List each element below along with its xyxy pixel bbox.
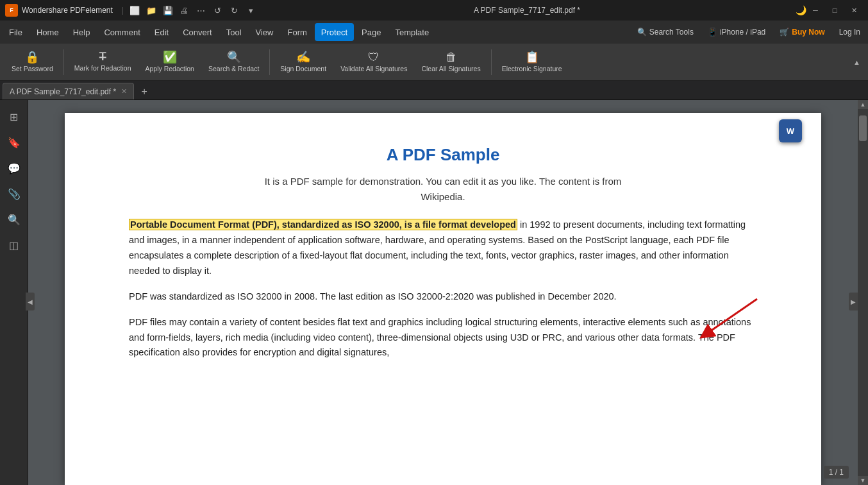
window-controls: ─ □ ✕: [806, 1, 863, 19]
app-icon: F: [5, 4, 18, 17]
validate-signatures-button[interactable]: 🛡 Validate All Signatures: [334, 46, 413, 78]
left-sidebar: ⊞ 🔖 💬 📎 🔍 ◫: [0, 100, 28, 485]
validate-icon: 🛡: [368, 51, 380, 63]
buy-now-button[interactable]: 🛒 Buy Now: [774, 25, 830, 39]
left-sidebar-collapse[interactable]: ◀: [26, 293, 35, 311]
set-password-label: Set Password: [12, 65, 53, 73]
maximize-button[interactable]: □: [826, 1, 844, 19]
scroll-track: [858, 109, 868, 476]
minimize-button[interactable]: ─: [806, 1, 824, 19]
menu-bar: File Home Help Comment Edit Convert Tool…: [0, 21, 868, 44]
mark-for-redaction-label: Mark for Redaction: [74, 64, 131, 72]
log-in-button[interactable]: Log In: [834, 25, 865, 39]
menu-convert[interactable]: Convert: [176, 23, 219, 41]
menu-help[interactable]: Help: [67, 23, 97, 41]
divider-3: [491, 49, 492, 75]
add-tab-button[interactable]: +: [137, 84, 152, 99]
pdf-viewer[interactable]: W A PDF Sample It is a PDF sample for de…: [28, 100, 858, 485]
more-icon[interactable]: ⋯: [194, 3, 208, 17]
lock-icon: 🔒: [25, 51, 39, 63]
search-tools-label: Search Tools: [649, 28, 694, 37]
log-in-label: Log In: [839, 28, 860, 37]
pdf-title: A PDF Sample: [129, 145, 757, 165]
clear-signatures-button[interactable]: 🗑 Clear All Signatures: [415, 46, 487, 78]
validate-label: Validate All Signatures: [340, 65, 407, 73]
pdf-subtitle: It is a PDF sample for demonstration. Yo…: [129, 174, 757, 205]
dropdown-icon[interactable]: ▾: [244, 3, 258, 17]
apply-redaction-button[interactable]: ✅ Apply Redaction: [138, 46, 200, 78]
set-password-button[interactable]: 🔒 Set Password: [5, 46, 60, 78]
document-tab[interactable]: A PDF Sample_7717_edit.pdf * ✕: [3, 83, 134, 99]
menu-page[interactable]: Page: [355, 23, 387, 41]
page-badge: 1 / 1: [824, 466, 849, 479]
clear-signatures-label: Clear All Signatures: [421, 65, 480, 73]
menu-protect[interactable]: Protect: [315, 23, 354, 41]
protect-toolbar: 🔒 Set Password T̶ Mark for Redaction ✅ A…: [0, 44, 868, 81]
iphone-ipad-label: iPhone / iPad: [720, 28, 765, 37]
cart-icon: 🛒: [780, 28, 789, 37]
pdf-para-1: Portable Document Format (PDF), standard…: [129, 217, 757, 279]
iphone-icon: 📱: [708, 28, 717, 37]
clear-sig-icon: 🗑: [446, 51, 457, 63]
scroll-down-button[interactable]: ▼: [858, 476, 868, 485]
scroll-thumb[interactable]: [859, 115, 867, 141]
document-title: A PDF Sample_7717_edit.pdf *: [258, 6, 796, 15]
scroll-up-button[interactable]: ▲: [858, 100, 868, 109]
close-button[interactable]: ✕: [845, 1, 863, 19]
sign-icon: ✍: [296, 51, 310, 63]
attachments-icon[interactable]: 📎: [3, 182, 26, 205]
open-icon[interactable]: 📁: [144, 3, 158, 17]
buy-now-label: Buy Now: [792, 28, 824, 37]
toolbar-collapse-button[interactable]: ▲: [851, 56, 863, 69]
highlighted-text: Portable Document Format (PDF), standard…: [129, 219, 517, 230]
bookmarks-icon[interactable]: 🔖: [3, 131, 26, 154]
divider-1: [63, 49, 64, 75]
sign-document-label: Sign Document: [280, 65, 326, 73]
scrollbar[interactable]: ▲ ▼: [858, 100, 868, 485]
menu-right: 🔍 Search Tools 📱 iPhone / iPad 🛒 Buy Now…: [632, 25, 865, 39]
thumbnails-icon[interactable]: ⊞: [3, 105, 26, 128]
apply-redaction-label: Apply Redaction: [145, 65, 194, 73]
pdf-page: W A PDF Sample It is a PDF sample for de…: [65, 113, 821, 485]
tab-label: A PDF Sample_7717_edit.pdf *: [10, 87, 116, 96]
close-tab-button[interactable]: ✕: [121, 87, 127, 96]
menu-tool[interactable]: Tool: [220, 23, 248, 41]
search-sidebar-icon[interactable]: 🔍: [3, 208, 26, 231]
word-badge: W: [779, 119, 802, 142]
save-icon[interactable]: 💾: [161, 3, 175, 17]
esig-icon: 📋: [525, 51, 539, 63]
electronic-signature-label: Electronic Signature: [502, 65, 562, 73]
search-tools-button[interactable]: 🔍 Search Tools: [632, 25, 699, 39]
search-redact-button[interactable]: 🔍 Search & Redact: [202, 46, 265, 78]
menu-comment[interactable]: Comment: [97, 23, 146, 41]
sign-document-button[interactable]: ✍ Sign Document: [274, 46, 333, 78]
pdf-para-3: PDF files may contain a variety of conte…: [129, 315, 757, 361]
toolbar-icons: ⬜ 📁 💾 🖨 ⋯ ↺ ↻ ▾: [128, 3, 258, 17]
pdf-para-2: PDF was standardized as ISO 32000 in 200…: [129, 289, 757, 305]
mark-for-redaction-button[interactable]: T̶ Mark for Redaction: [68, 46, 138, 78]
redo-button[interactable]: ↻: [228, 3, 242, 17]
print-icon[interactable]: 🖨: [178, 3, 192, 17]
tab-bar: A PDF Sample_7717_edit.pdf * ✕ +: [0, 81, 868, 100]
undo-button[interactable]: ↺: [211, 3, 225, 17]
redact-mark-icon: T̶: [99, 52, 106, 62]
menu-view[interactable]: View: [249, 23, 280, 41]
search-tools-icon: 🔍: [637, 28, 647, 37]
menu-form[interactable]: Form: [281, 23, 313, 41]
separator: |: [122, 6, 124, 15]
moon-icon: 🌙: [796, 5, 806, 15]
electronic-signature-button[interactable]: 📋 Electronic Signature: [496, 46, 569, 78]
main-area: ⊞ 🔖 💬 📎 🔍 ◫ ◀ W A PDF Sample It is a PDF…: [0, 100, 868, 485]
apply-icon: ✅: [163, 51, 177, 63]
divider-2: [269, 49, 270, 75]
menu-edit[interactable]: Edit: [148, 23, 175, 41]
menu-home[interactable]: Home: [30, 23, 65, 41]
new-icon[interactable]: ⬜: [128, 3, 142, 17]
search-redact-label: Search & Redact: [208, 65, 259, 73]
menu-template[interactable]: Template: [388, 23, 435, 41]
comments-icon[interactable]: 💬: [3, 157, 26, 180]
iphone-ipad-button[interactable]: 📱 iPhone / iPad: [703, 25, 771, 39]
layers-icon[interactable]: ◫: [3, 234, 26, 257]
menu-file[interactable]: File: [3, 23, 29, 41]
right-sidebar-collapse[interactable]: ▶: [849, 293, 858, 311]
